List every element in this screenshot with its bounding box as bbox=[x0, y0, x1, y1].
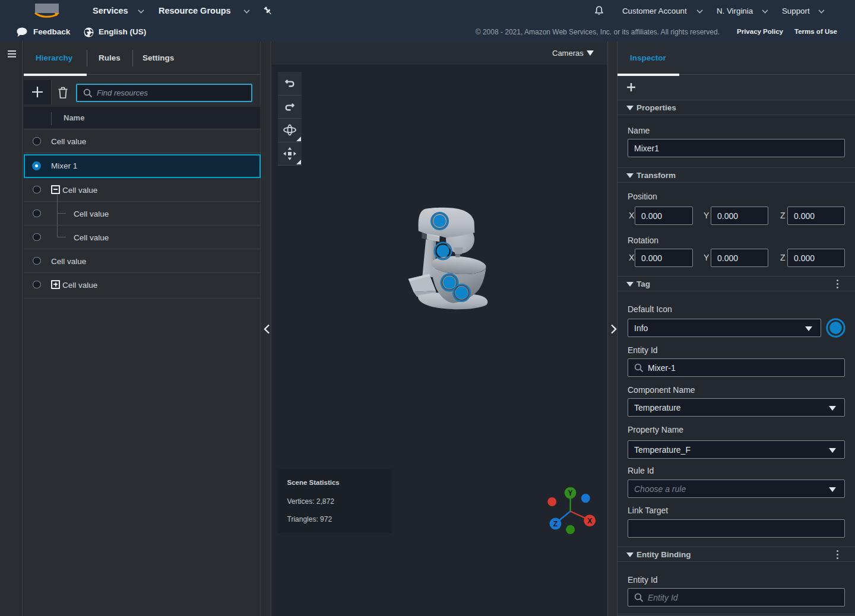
svg-text:Y: Y bbox=[568, 489, 573, 497]
svg-text:Z: Z bbox=[553, 520, 558, 528]
svg-text:X: X bbox=[587, 517, 592, 525]
